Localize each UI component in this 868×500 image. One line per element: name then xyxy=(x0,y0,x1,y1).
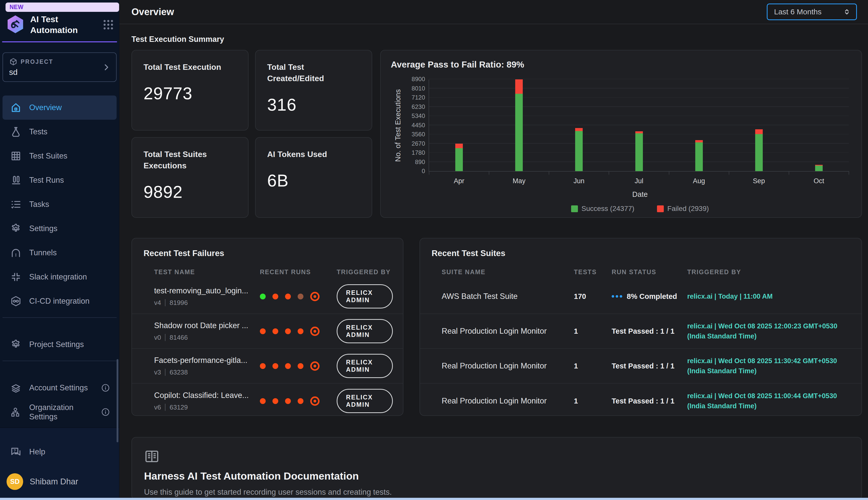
info-icon[interactable] xyxy=(101,408,110,417)
y-tick-label: 8010 xyxy=(412,85,425,92)
sidebar-scrollbar[interactable] xyxy=(117,359,118,442)
x-tick-label: Apr xyxy=(454,177,464,185)
test-version: v4 xyxy=(154,299,161,307)
sidebar-item-settings[interactable]: Settings xyxy=(2,216,117,241)
run-dot-orange[interactable] xyxy=(272,398,278,404)
app-launcher-icon[interactable] xyxy=(102,19,115,31)
run-dot-current[interactable] xyxy=(310,292,319,301)
chevron-right-icon xyxy=(102,63,110,71)
horizontal-scrollbar[interactable] xyxy=(0,498,868,500)
test-run-id: 63238 xyxy=(169,368,188,376)
project-selector[interactable]: PROJECT sd xyxy=(2,53,117,82)
table-row[interactable]: Shadow root Date picker ...v081466RELICX… xyxy=(132,314,403,349)
ci-cd-integration-icon xyxy=(10,295,22,307)
run-dot-orange[interactable] xyxy=(285,294,291,299)
run-dot-orange[interactable] xyxy=(272,294,278,299)
stat-label: AI Tokens Used xyxy=(267,149,360,160)
test-name: test-removing_auto_login... xyxy=(154,286,260,295)
y-tick-label: 5340 xyxy=(412,112,425,120)
stat-card: AI Tokens Used6B xyxy=(255,137,372,218)
page-title: Overview xyxy=(131,7,174,18)
triggered-by-badge[interactable]: RELICX ADMIN xyxy=(337,389,393,413)
sidebar-item-tests[interactable]: Tests xyxy=(2,120,117,144)
test-meta: v481996 xyxy=(154,299,260,307)
documentation-subtitle: Use this guide to get started recording … xyxy=(144,488,849,497)
x-tick-label: Jul xyxy=(635,177,643,185)
triggered-by-badge[interactable]: RELICX ADMIN xyxy=(337,319,393,343)
new-badge: NEW xyxy=(5,2,119,12)
sidebar-item-tunnels[interactable]: Tunnels xyxy=(2,241,117,265)
bar-segment xyxy=(755,129,763,134)
triggered-by-badge[interactable]: RELICX ADMIN xyxy=(337,354,393,378)
stat-value: 29773 xyxy=(143,83,236,103)
sidebar-item-overview[interactable]: Overview xyxy=(2,95,117,120)
run-dot-orange[interactable] xyxy=(272,328,278,334)
date-range-select[interactable]: Last 6 Months xyxy=(767,3,857,20)
run-dot-orange[interactable] xyxy=(298,398,303,404)
y-tick-label: 0 xyxy=(422,168,425,175)
run-dot-orange[interactable] xyxy=(260,328,266,334)
sidebar-item-account-settings[interactable]: Account Settings xyxy=(2,376,117,400)
suite-run-status: 8% Completed xyxy=(612,292,687,301)
column-header: Test Name xyxy=(154,269,260,276)
table-row[interactable]: AWS Batch Test Suite1708% Completedrelic… xyxy=(420,279,861,314)
run-dot-orange[interactable] xyxy=(260,398,266,404)
test-suites-icon xyxy=(10,150,22,162)
run-dot-current[interactable] xyxy=(310,327,319,336)
table-row[interactable]: Real Production Login Monitor1Test Passe… xyxy=(420,384,861,416)
sidebar-item-ci-cd-integration[interactable]: CI-CD integration xyxy=(2,289,117,313)
bar-jun xyxy=(575,128,583,171)
recent-test-suites-card: Recent Test Suites Suite NameTestsRun St… xyxy=(420,238,862,416)
sidebar: NEW AI Test Automation xyxy=(0,0,119,500)
run-dot-orange[interactable] xyxy=(285,398,291,404)
chart-title: Average Pass to Fail Ratio: 89% xyxy=(391,59,852,70)
sidebar-item-test-runs[interactable]: Test Runs xyxy=(2,168,117,192)
run-dot-orange[interactable] xyxy=(298,363,303,369)
account-settings-icon xyxy=(10,382,22,394)
table-row[interactable]: Facets-performance-gitla...v363238RELICX… xyxy=(132,349,403,384)
user-menu[interactable]: SD Shibam Dhar xyxy=(0,473,119,490)
run-dot-green[interactable] xyxy=(260,294,266,299)
stat-value: 9892 xyxy=(143,182,236,202)
table-row[interactable]: Real Production Login Monitor1Test Passe… xyxy=(420,314,861,349)
table-row[interactable]: Copilot: Classified: Leave...v663129RELI… xyxy=(132,384,403,416)
recent-test-failures-card: Recent Test Failures Test NameRecent Run… xyxy=(131,238,403,416)
running-dots-icon xyxy=(612,295,622,298)
sidebar-item-test-suites[interactable]: Test Suites xyxy=(2,144,117,168)
avatar: SD xyxy=(7,473,23,490)
sidebar-item-label: Test Runs xyxy=(29,175,64,185)
run-dot-current[interactable] xyxy=(310,361,319,371)
test-name-cell: Shadow root Date picker ...v081466 xyxy=(154,321,260,341)
recent-runs-dots xyxy=(260,292,337,301)
run-dot-current[interactable] xyxy=(310,396,319,406)
sidebar-item-project-settings[interactable]: Project Settings xyxy=(2,332,117,356)
y-axis-label: No. of Test Executions xyxy=(394,80,402,172)
legend-label: Success (24377) xyxy=(582,205,634,213)
test-meta: v663129 xyxy=(154,404,260,411)
run-dot-orange[interactable] xyxy=(285,328,291,334)
triggered-by-cell: RELICX ADMIN xyxy=(337,284,393,308)
sidebar-item-slack-integration[interactable]: Slack integration xyxy=(2,265,117,289)
x-tick-mark xyxy=(549,171,549,175)
run-dot-orange[interactable] xyxy=(272,363,278,369)
suite-tests-count: 1 xyxy=(574,327,612,336)
recent-runs-dots xyxy=(260,396,337,406)
triggered-by-badge[interactable]: RELICX ADMIN xyxy=(337,284,393,308)
status-text: 8% Completed xyxy=(627,292,677,301)
run-dot-orange[interactable] xyxy=(285,363,291,369)
sidebar-item-organization-settings[interactable]: Organization Settings xyxy=(2,400,117,424)
run-dot-orange[interactable] xyxy=(260,363,266,369)
failures-header: Test NameRecent RunsTriggered By xyxy=(132,265,403,279)
bar-segment xyxy=(755,134,763,171)
table-row[interactable]: test-removing_auto_login...v481996RELICX… xyxy=(132,279,403,314)
sidebar-divider xyxy=(2,317,117,318)
run-dot-orange[interactable] xyxy=(298,328,303,334)
sidebar-item-help[interactable]: ? Help xyxy=(2,441,117,463)
info-icon[interactable] xyxy=(101,383,110,393)
bar-segment xyxy=(635,133,643,171)
run-dot-brown[interactable] xyxy=(298,294,303,299)
sidebar-item-tasks[interactable]: Tasks xyxy=(2,192,117,216)
accent-divider xyxy=(2,41,117,42)
table-row[interactable]: Real Production Login Monitor1Test Passe… xyxy=(420,349,861,384)
legend-label: Failed (2939) xyxy=(667,205,709,213)
